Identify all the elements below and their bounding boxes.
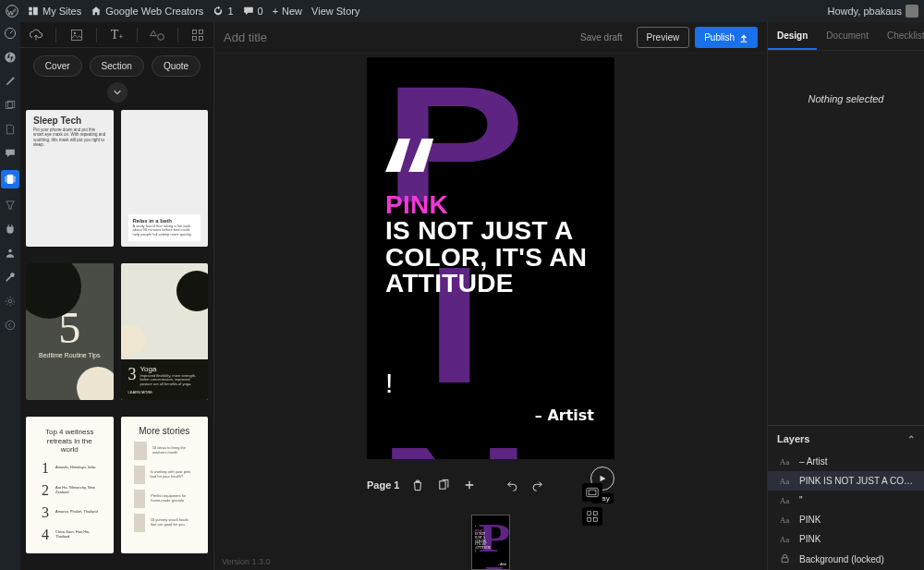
home-icon (91, 6, 102, 17)
template-card[interactable]: More stories 10 ideas to bring the outdo… (121, 417, 209, 553)
comments-link[interactable]: 0 (243, 6, 263, 17)
safezone-toggle[interactable] (582, 483, 602, 502)
template-card[interactable]: 5 Bedtime Routine Tips (26, 263, 114, 400)
rail-settings[interactable] (3, 294, 18, 309)
duplicate-page-button[interactable] (436, 478, 451, 492)
tab-checklist[interactable]: Checklist (878, 22, 924, 50)
site-name-link[interactable]: Google Web Creators (91, 6, 203, 17)
layers-header[interactable]: Layers ⌃ (768, 426, 924, 452)
svg-rect-5 (7, 175, 14, 184)
rail-stories[interactable] (1, 170, 19, 188)
view-story-link[interactable]: View Story (311, 6, 359, 17)
template-sub: A study found that taking a hot bath abo… (133, 224, 197, 237)
layer-row[interactable]: Aa" (768, 491, 924, 510)
list-num: 4 (41, 527, 50, 543)
template-link: LEARN MORE (128, 390, 201, 394)
template-title: More stories (128, 426, 201, 436)
svg-point-9 (8, 299, 12, 303)
template-card[interactable]: Top 4 wellness retreats in the world 1An… (26, 417, 114, 553)
save-draft-button[interactable]: Save draft (572, 28, 631, 47)
tool-templates[interactable] (187, 26, 209, 44)
updates-count: 1 (227, 6, 233, 17)
tool-upload[interactable] (25, 26, 47, 44)
rail-users[interactable] (3, 246, 18, 261)
rail-posts[interactable] (3, 74, 18, 89)
template-card[interactable]: Relax in a bath A study found that takin… (121, 110, 209, 247)
redo-button[interactable] (530, 478, 545, 492)
howdy-link[interactable]: Howdy, pbakaus (827, 5, 918, 18)
svg-point-10 (6, 321, 15, 330)
template-sub: Put your phone down and put this smart e… (33, 127, 106, 148)
updates-link[interactable]: 1 (213, 6, 233, 17)
updates-icon (213, 6, 224, 17)
tab-design[interactable]: Design (768, 22, 817, 50)
my-sites-label: My Sites (43, 6, 81, 17)
layer-row[interactable]: Background (locked) (768, 549, 924, 570)
rail-jetpack[interactable] (3, 50, 18, 65)
undo-button[interactable] (505, 478, 519, 492)
page-carousel: PINK “PINKIS NOTJUST ACOLOR,IT'S ANATTIT… (471, 515, 510, 570)
comment-icon (243, 6, 254, 17)
rail-appearance[interactable] (3, 198, 18, 212)
editor-area: Save draft Preview Publish PINK PINK IS … (214, 22, 767, 570)
layer-label: – Artist (799, 456, 915, 467)
publish-button[interactable]: Publish (695, 27, 758, 48)
tool-media[interactable] (66, 26, 88, 44)
rail-dashboard[interactable] (3, 26, 18, 41)
wordpress-icon (6, 5, 18, 18)
layer-row[interactable]: Aa– Artist (768, 452, 924, 471)
rail-comments[interactable] (3, 146, 18, 161)
site-name-label: Google Web Creators (105, 6, 203, 17)
svg-point-13 (158, 33, 164, 40)
tab-quote[interactable]: Quote (152, 55, 201, 77)
layer-row[interactable]: AaPINK (768, 510, 924, 529)
rail-tools[interactable] (3, 270, 18, 285)
story-canvas[interactable]: PINK PINK IS NOT JUST A COLOR, IT'S AN A… (367, 57, 614, 459)
svg-rect-23 (588, 518, 591, 522)
story-title-input[interactable] (224, 30, 501, 44)
template-grid: Sleep Tech Put your phone down and put t… (20, 108, 213, 570)
quote-bang: ! (385, 368, 393, 399)
layer-row[interactable]: AaPINK IS NOT JUST A COLOR, IT'S… (768, 471, 924, 491)
list-thumb (134, 490, 146, 508)
template-title: Sleep Tech (33, 115, 106, 126)
text-layer-icon: Aa (777, 515, 792, 525)
chevron-up-icon: ⌃ (907, 434, 915, 444)
delete-page-button[interactable] (410, 478, 425, 492)
tab-cover[interactable]: Cover (33, 55, 82, 77)
layers-title: Layers (777, 433, 809, 444)
list-text: Amanoi, Phuket, Thailand (55, 510, 99, 515)
grid-toggle[interactable] (582, 507, 602, 526)
layer-row[interactable]: AaPINK (768, 529, 924, 549)
tab-section[interactable]: Section (90, 55, 144, 77)
rail-collapse[interactable] (3, 318, 18, 333)
template-caption: Bedtime Routine Tips (39, 352, 101, 358)
preview-button[interactable]: Preview (637, 27, 690, 48)
rail-plugins[interactable] (3, 222, 18, 236)
list-thumb (134, 514, 145, 532)
add-new-link[interactable]: + New (273, 6, 302, 17)
rail-media[interactable] (3, 98, 18, 113)
my-sites-link[interactable]: My Sites (28, 6, 81, 17)
template-card[interactable]: 3 Yoga Improved flexibility, more streng… (121, 263, 209, 400)
tool-text[interactable]: T+ (105, 26, 128, 44)
svg-rect-14 (193, 30, 197, 33)
page-thumbnail[interactable]: PINK “PINKIS NOTJUST ACOLOR,IT'S ANATTIT… (471, 515, 510, 570)
svg-rect-16 (193, 36, 197, 40)
tab-document[interactable]: Document (817, 22, 878, 50)
svg-point-2 (5, 52, 15, 62)
layer-label: PINK IS NOT JUST A COLOR, IT'S… (799, 476, 915, 486)
quote-body: IS NOT JUST A COLOR, IT'S AN ATTITUDE (385, 218, 596, 297)
template-card[interactable]: Sleep Tech Put your phone down and put t… (26, 110, 114, 247)
expand-toggle[interactable] (107, 82, 128, 103)
add-page-button[interactable] (462, 478, 477, 492)
svg-rect-6 (5, 176, 6, 183)
wp-admin-bar: My Sites Google Web Creators 1 0 + New V… (0, 0, 924, 22)
text-layer-icon: Aa (777, 496, 792, 505)
rail-pages[interactable] (3, 122, 18, 137)
template-title: Relax in a bath (133, 218, 197, 224)
new-label: New (282, 6, 302, 17)
wp-logo[interactable] (6, 5, 18, 18)
list-num: 3 (41, 504, 50, 521)
tool-shapes[interactable] (146, 26, 168, 44)
